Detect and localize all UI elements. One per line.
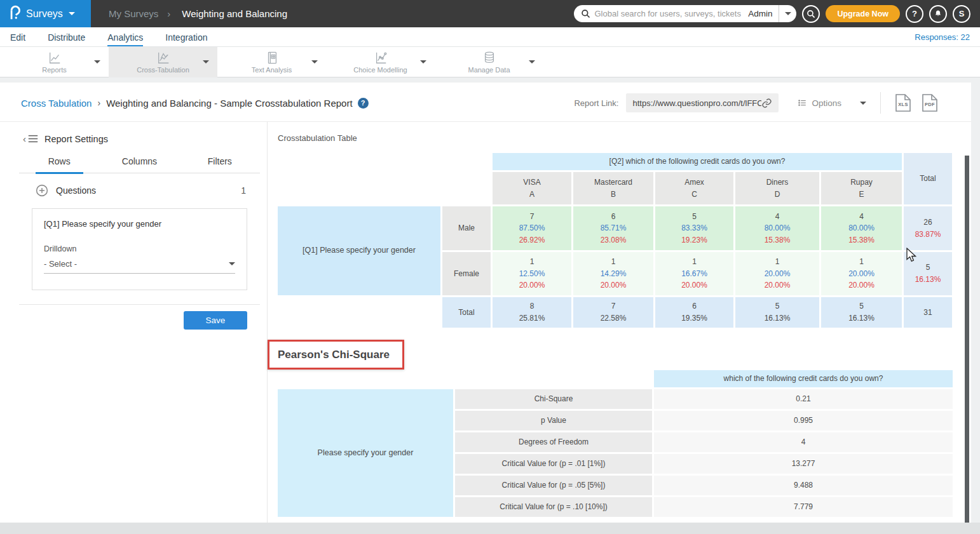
line-chart-icon [156,51,171,65]
row-header: Female [442,252,491,295]
panel-title: Report Settings [44,134,108,144]
data-cell: 120.00%20.00% [821,252,902,295]
col-header-B: MastercardB [573,172,653,204]
hamburger-icon [28,135,38,143]
chi-grid: which of the following credit cards do y… [278,370,953,517]
data-cell: 480.00%15.38% [821,206,902,250]
chevron-down-icon[interactable] [94,60,100,63]
global-search: Admin [574,5,796,22]
surveys-menu-button[interactable]: Surveys [0,0,91,27]
tool-label: Cross-Tabulation [137,66,189,74]
chevron-down-icon[interactable] [420,60,426,63]
chi-stat-label: Chi-Square [455,389,652,409]
tab-columns[interactable]: Columns [99,156,179,173]
plus-circle-icon[interactable] [36,184,48,197]
menu-item-integration[interactable]: Integration [165,31,207,43]
data-cell: 120.00%20.00% [735,252,819,295]
total-cell: 722.58% [573,297,653,328]
questions-row[interactable]: Questions 1 [36,184,246,197]
chevron-down-icon[interactable] [529,60,535,63]
list-icon [798,98,807,107]
tool-reports[interactable]: Reports [0,47,109,77]
pearson-section-title: Pearson's Chi-Square [278,349,390,361]
search-input[interactable] [594,9,742,18]
tool-label: Manage Data [468,66,510,74]
save-button[interactable]: Save [184,311,247,330]
drilldown-label: Drilldown [44,244,235,253]
data-cell: 787.50%26.92% [493,206,571,250]
breadcrumb-my-surveys[interactable]: My Surveys [109,8,158,19]
upgrade-now-button[interactable]: Upgrade Now [826,5,900,22]
analytics-toolbar: Reports Cross-Tabulation Text Analysis C… [0,47,980,77]
brand-label: Surveys [26,8,63,20]
collapse-panel-button[interactable]: ‹ [23,133,38,144]
row-group-header: [Q1] Please specify your gender [278,206,440,295]
report-help-icon[interactable]: ? [358,98,369,109]
chi-column-header: which of the following credit cards do y… [654,370,953,387]
menu-item-edit[interactable]: Edit [10,31,25,43]
chi-stat-label: Critical Value for (p = .10 [10%]) [455,497,652,517]
book-grid-icon [265,51,279,65]
report-link-field[interactable]: https://www.questionpro.com/t/lFFCZg [626,93,779,112]
export-pdf-button[interactable]: PDF [922,93,938,112]
line-chart-icon [47,51,62,65]
question-card[interactable]: [Q1] Please specify your gender Drilldow… [32,208,247,290]
report-settings-panel: ‹ Report Settings Rows Columns Filters Q… [0,122,268,523]
search-icon [581,9,590,18]
settings-tabs: Rows Columns Filters [19,156,260,173]
data-cell: 685.71%23.08% [573,206,653,250]
help-button[interactable]: ? [906,5,923,23]
chevron-down-icon[interactable] [203,60,209,63]
report-header-row: Cross Tabulation › Weighting and Balanci… [0,83,971,121]
breadcrumb-current-survey: Weighting and Balancing [182,8,287,19]
menu-item-distribute[interactable]: Distribute [48,31,85,43]
row-total-cell: 2683.87% [904,206,952,250]
crosstab-grid: [Q2] which of the following credit cards… [278,153,952,328]
total-cell: 825.81% [493,297,571,328]
scatter-chart-icon [373,51,388,65]
row-header: Male [442,206,491,250]
breadcrumb-cross-tabulation[interactable]: Cross Tabulation [21,98,92,109]
tab-rows[interactable]: Rows [19,156,99,173]
menu-item-analytics[interactable]: Analytics [107,31,143,43]
search-button[interactable] [802,5,820,23]
divider [19,304,260,305]
admin-scope-label[interactable]: Admin [742,9,779,18]
tool-cross-tabulation[interactable]: Cross-Tabulation [109,47,217,77]
vertical-scrollbar[interactable] [965,156,969,523]
chevron-down-icon [229,262,235,265]
tab-filters[interactable]: Filters [180,156,260,173]
chi-row-header: Please specify your gender [278,389,453,517]
topbar-actions: Admin Upgrade Now ? S [574,5,970,23]
total-cell: 619.35% [655,297,733,328]
tool-label: Choice Modelling [353,66,407,74]
search-scope-dropdown[interactable] [779,5,796,22]
question-text: [Q1] Please specify your gender [44,219,235,229]
avatar[interactable]: S [953,5,970,23]
link-icon[interactable] [761,98,772,109]
chevron-down-icon [860,102,866,105]
drilldown-select[interactable]: - Select - [44,259,235,274]
data-cell: 112.50%20.00% [493,252,571,295]
bell-icon [934,9,943,18]
data-cell: 114.29%20.00% [573,252,653,295]
tool-manage-data[interactable]: Manage Data [435,47,543,77]
chevron-down-icon[interactable] [311,60,318,63]
total-cell: 516.13% [735,297,819,328]
options-dropdown[interactable]: Options [798,98,866,108]
report-content: Cross Tabulation › Weighting and Balanci… [0,83,971,523]
chi-stat-value: 13.277 [654,454,953,474]
search-icon [806,10,815,18]
tool-text-analysis[interactable]: Text Analysis [217,47,326,77]
crosstab-section-title: Crosstabulation Table [278,133,357,143]
chi-stat-value: 7.779 [654,497,953,517]
top-breadcrumb: My Surveys › Weighting and Balancing [109,8,287,19]
notifications-button[interactable] [929,5,947,23]
survey-menubar: Edit Distribute Analytics Integration Re… [0,27,980,47]
export-xls-button[interactable]: XLS [895,93,911,112]
total-column-header: Total [904,153,952,204]
divider [880,92,881,114]
tool-choice-modelling[interactable]: Choice Modelling [326,47,435,77]
responses-count: Responses: 22 [915,32,970,42]
col-header-D: DinersD [735,172,819,204]
